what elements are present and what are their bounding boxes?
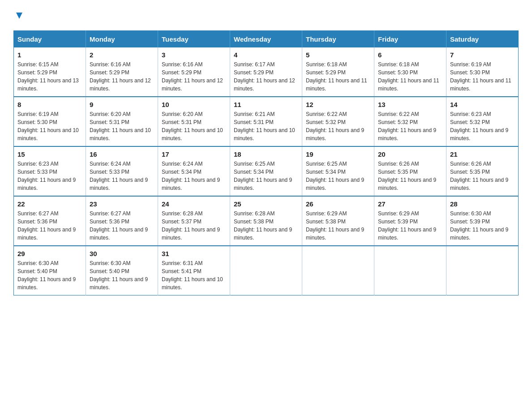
day-number: 28 [450,200,515,208]
sunrise-label: Sunrise: 6:27 AM [90,210,130,217]
day-info: Sunrise: 6:17 AMSunset: 5:29 PMDaylight:… [234,60,298,93]
day-number: 17 [162,150,226,158]
page-header [13,9,519,22]
day-number: 20 [378,150,442,158]
weekday-header-tuesday: Tuesday [158,31,230,48]
calendar-cell: 11Sunrise: 6:21 AMSunset: 5:31 PMDayligh… [230,97,302,146]
sunrise-label: Sunrise: 6:21 AM [234,111,275,117]
day-info: Sunrise: 6:24 AMSunset: 5:34 PMDaylight:… [162,160,226,192]
day-info: Sunrise: 6:28 AMSunset: 5:38 PMDaylight:… [234,210,298,242]
daylight-label: Daylight: 11 hours and 9 minutes. [90,227,148,241]
calendar-cell [230,246,302,295]
day-number: 26 [306,200,370,208]
sunset-label: Sunset: 5:35 PM [378,169,418,175]
day-number: 15 [17,150,82,158]
day-info: Sunrise: 6:26 AMSunset: 5:35 PMDaylight:… [450,160,515,192]
calendar-cell: 25Sunrise: 6:28 AMSunset: 5:38 PMDayligh… [230,196,302,246]
sunset-label: Sunset: 5:39 PM [378,218,418,225]
sunrise-label: Sunrise: 6:19 AM [17,111,58,117]
daylight-label: Daylight: 11 hours and 11 minutes. [378,77,439,92]
day-number: 3 [162,51,226,59]
sunrise-label: Sunrise: 6:29 AM [306,210,347,217]
sunset-label: Sunset: 5:31 PM [234,119,274,125]
daylight-label: Daylight: 11 hours and 11 minutes. [306,77,367,92]
day-info: Sunrise: 6:25 AMSunset: 5:34 PMDaylight:… [234,160,298,192]
daylight-label: Daylight: 11 hours and 9 minutes. [17,276,76,291]
calendar-week-row: 8Sunrise: 6:19 AMSunset: 5:30 PMDaylight… [14,97,519,146]
day-info: Sunrise: 6:24 AMSunset: 5:33 PMDaylight:… [90,160,154,192]
calendar-cell [302,246,374,295]
sunrise-label: Sunrise: 6:17 AM [234,61,275,68]
sunset-label: Sunset: 5:31 PM [90,119,129,125]
sunset-label: Sunset: 5:40 PM [17,268,57,274]
daylight-label: Daylight: 11 hours and 13 minutes. [17,77,79,92]
calendar-cell: 26Sunrise: 6:29 AMSunset: 5:38 PMDayligh… [302,196,374,246]
sunrise-label: Sunrise: 6:16 AM [162,61,202,68]
daylight-label: Daylight: 11 hours and 9 minutes. [306,227,364,241]
calendar-cell [446,246,519,295]
calendar-week-row: 15Sunrise: 6:23 AMSunset: 5:33 PMDayligh… [14,146,519,196]
logo-arrow-icon [14,11,24,22]
sunrise-label: Sunrise: 6:25 AM [306,161,347,167]
calendar-cell: 15Sunrise: 6:23 AMSunset: 5:33 PMDayligh… [14,146,86,196]
calendar-cell: 23Sunrise: 6:27 AMSunset: 5:36 PMDayligh… [86,196,158,246]
calendar-cell: 29Sunrise: 6:30 AMSunset: 5:40 PMDayligh… [14,246,86,295]
sunset-label: Sunset: 5:38 PM [306,218,346,225]
sunset-label: Sunset: 5:37 PM [162,218,202,225]
sunset-label: Sunset: 5:32 PM [378,119,418,125]
day-info: Sunrise: 6:27 AMSunset: 5:36 PMDaylight:… [90,210,154,242]
weekday-header-thursday: Thursday [302,31,374,48]
calendar-cell [374,246,446,295]
sunset-label: Sunset: 5:30 PM [17,119,57,125]
calendar-cell: 30Sunrise: 6:30 AMSunset: 5:40 PMDayligh… [86,246,158,295]
calendar-cell: 5Sunrise: 6:18 AMSunset: 5:29 PMDaylight… [302,47,374,97]
day-info: Sunrise: 6:29 AMSunset: 5:38 PMDaylight:… [306,210,370,242]
daylight-label: Daylight: 11 hours and 9 minutes. [234,227,292,241]
sunrise-label: Sunrise: 6:18 AM [306,61,347,68]
day-info: Sunrise: 6:18 AMSunset: 5:30 PMDaylight:… [378,60,442,93]
day-number: 11 [234,101,298,108]
day-info: Sunrise: 6:20 AMSunset: 5:31 PMDaylight:… [90,110,154,142]
sunrise-label: Sunrise: 6:25 AM [234,161,275,167]
day-number: 30 [90,250,154,257]
calendar-cell: 18Sunrise: 6:25 AMSunset: 5:34 PMDayligh… [230,146,302,196]
calendar-cell: 22Sunrise: 6:27 AMSunset: 5:36 PMDayligh… [14,196,86,246]
day-number: 1 [17,51,82,59]
day-number: 4 [234,51,298,59]
day-number: 13 [378,101,442,108]
sunset-label: Sunset: 5:36 PM [17,218,57,225]
day-info: Sunrise: 6:22 AMSunset: 5:32 PMDaylight:… [306,110,370,142]
day-info: Sunrise: 6:30 AMSunset: 5:39 PMDaylight:… [450,210,515,242]
day-number: 5 [306,51,370,59]
calendar-cell: 31Sunrise: 6:31 AMSunset: 5:41 PMDayligh… [158,246,230,295]
daylight-label: Daylight: 11 hours and 9 minutes. [162,177,220,191]
calendar-cell: 24Sunrise: 6:28 AMSunset: 5:37 PMDayligh… [158,196,230,246]
day-number: 14 [450,101,515,108]
calendar-cell: 4Sunrise: 6:17 AMSunset: 5:29 PMDaylight… [230,47,302,97]
weekday-header-sunday: Sunday [14,31,86,48]
sunrise-label: Sunrise: 6:19 AM [450,61,491,68]
daylight-label: Daylight: 11 hours and 12 minutes. [162,77,223,92]
calendar-cell: 6Sunrise: 6:18 AMSunset: 5:30 PMDaylight… [374,47,446,97]
day-info: Sunrise: 6:30 AMSunset: 5:40 PMDaylight:… [17,259,82,291]
daylight-label: Daylight: 11 hours and 9 minutes. [450,127,508,141]
daylight-label: Daylight: 11 hours and 10 minutes. [17,127,79,141]
day-info: Sunrise: 6:21 AMSunset: 5:31 PMDaylight:… [234,110,298,142]
sunset-label: Sunset: 5:30 PM [378,69,418,76]
daylight-label: Daylight: 11 hours and 9 minutes. [450,177,508,191]
daylight-label: Daylight: 11 hours and 9 minutes. [17,177,76,191]
day-number: 7 [450,51,515,59]
day-number: 19 [306,150,370,158]
daylight-label: Daylight: 11 hours and 9 minutes. [306,127,364,141]
calendar-cell: 8Sunrise: 6:19 AMSunset: 5:30 PMDaylight… [14,97,86,146]
day-info: Sunrise: 6:15 AMSunset: 5:29 PMDaylight:… [17,60,82,93]
day-info: Sunrise: 6:28 AMSunset: 5:37 PMDaylight:… [162,210,226,242]
daylight-label: Daylight: 11 hours and 10 minutes. [234,127,295,141]
sunrise-label: Sunrise: 6:26 AM [450,161,491,167]
day-info: Sunrise: 6:18 AMSunset: 5:29 PMDaylight:… [306,60,370,93]
sunrise-label: Sunrise: 6:28 AM [234,210,275,217]
day-number: 16 [90,150,154,158]
day-number: 2 [90,51,154,59]
day-number: 25 [234,200,298,208]
sunset-label: Sunset: 5:36 PM [90,218,129,225]
